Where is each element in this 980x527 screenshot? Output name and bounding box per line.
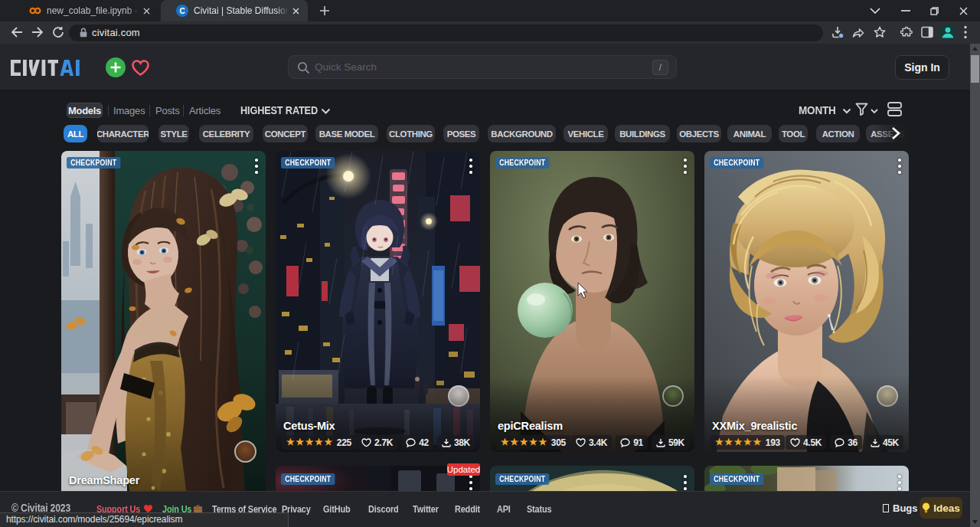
- svg-text:C: C: [179, 7, 185, 15]
